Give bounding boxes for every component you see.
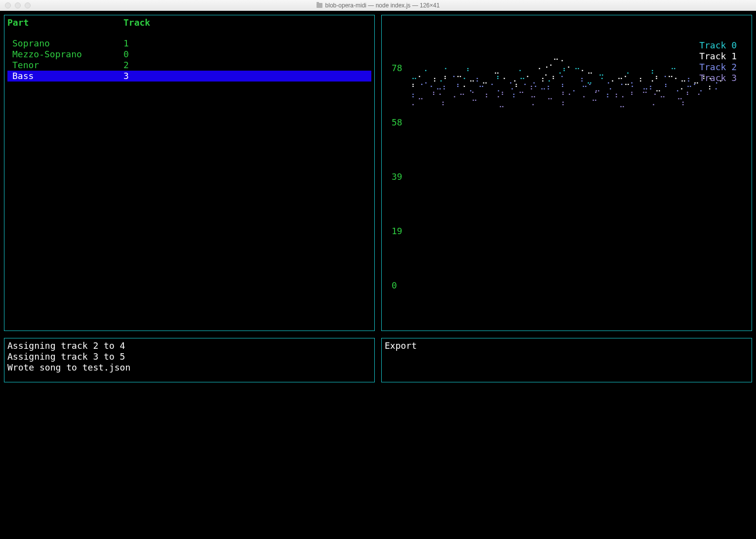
parts-row-track: 1	[123, 38, 129, 49]
parts-row-part: Tenor	[12, 60, 123, 71]
parts-row-track: 3	[123, 71, 129, 82]
ascii-chart: ⣀ ⢀⠄ ⠁⡀ ⠐ ⠁ ⠃ ⠤ ⠐ ⠁⡀ ⠠⠃ ⠉⠂⠤ ⣀ ⠄ ⠰ ⠉ ⠒⠁⡀⠰…	[411, 52, 725, 178]
window-title-text: blob-opera-midi — node index.js — 126×41	[325, 0, 440, 11]
parts-row[interactable]: Tenor2	[7, 60, 371, 71]
log-line: Assigning track 2 to 4	[7, 340, 371, 351]
parts-row-track: 2	[123, 60, 129, 71]
parts-row-part: Soprano	[12, 38, 123, 49]
export-panel[interactable]: Export	[381, 338, 752, 382]
y-axis-tick: 78	[392, 63, 402, 74]
log-panel: Assigning track 2 to 4Assigning track 3 …	[4, 338, 375, 382]
parts-header-part: Part	[7, 17, 123, 28]
legend-item: Track 0	[699, 40, 737, 51]
y-axis-tick: 58	[392, 117, 402, 128]
terminal-area: Part Track Soprano1Mezzo-Soprano0Tenor2B…	[0, 11, 756, 539]
close-window-icon[interactable]	[5, 2, 11, 8]
parts-row-part: Bass	[12, 71, 123, 82]
parts-row[interactable]: Mezzo-Soprano0	[7, 49, 371, 60]
log-line: Assigning track 3 to 5	[7, 351, 371, 362]
parts-row[interactable]: Bass3	[7, 71, 371, 82]
export-label: Export	[385, 340, 417, 351]
window-titlebar: blob-opera-midi — node index.js — 126×41	[0, 0, 756, 11]
log-line: Wrote song to test.json	[7, 362, 371, 373]
minimize-window-icon[interactable]	[15, 2, 21, 8]
parts-header: Part Track	[7, 17, 371, 28]
parts-panel: Part Track Soprano1Mezzo-Soprano0Tenor2B…	[4, 15, 375, 331]
traffic-lights	[0, 2, 31, 8]
parts-row-part: Mezzo-Soprano	[12, 49, 123, 60]
parts-row-track: 0	[123, 49, 129, 60]
chart-panel: Track 0Track 1Track 2Track 3 785839190 ⣀…	[381, 15, 752, 331]
parts-row[interactable]: Soprano1	[7, 38, 371, 49]
parts-list[interactable]: Soprano1Mezzo-Soprano0Tenor2Bass3	[7, 38, 371, 82]
window-title: blob-opera-midi — node index.js — 126×41	[0, 0, 756, 11]
folder-icon	[317, 3, 322, 8]
y-axis-tick: 39	[392, 171, 402, 182]
parts-header-track: Track	[123, 17, 150, 28]
y-axis-tick: 19	[392, 226, 402, 237]
y-axis-tick: 0	[392, 280, 397, 291]
zoom-window-icon[interactable]	[25, 2, 31, 8]
